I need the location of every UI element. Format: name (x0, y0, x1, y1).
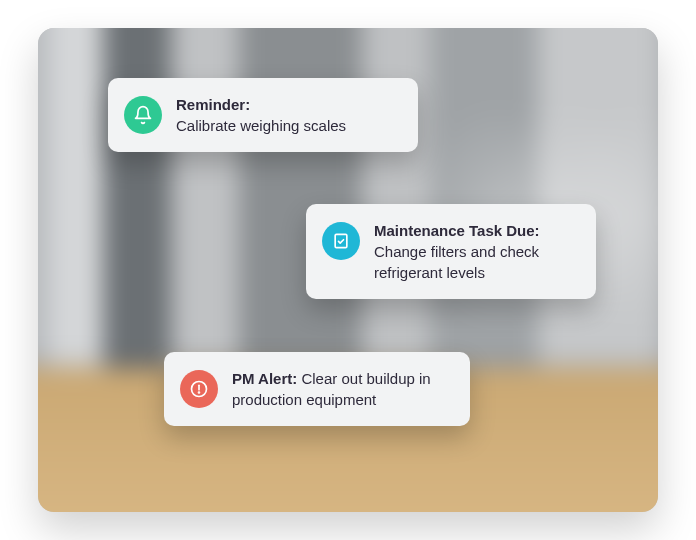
notification-title: Maintenance Task Due: (374, 222, 540, 239)
notification-title: Reminder: (176, 96, 250, 113)
notification-text: Maintenance Task Due: Change filters and… (374, 220, 574, 283)
clipboard-check-icon (322, 222, 360, 260)
notification-body: Calibrate weighing scales (176, 115, 346, 136)
notification-text: Reminder: Calibrate weighing scales (176, 94, 346, 136)
svg-point-3 (199, 392, 200, 393)
notification-title: PM Alert: (232, 370, 297, 387)
notification-card-pm-alert[interactable]: PM Alert: Clear out buildup in productio… (164, 352, 470, 426)
notification-body: Change filters and check refrigerant lev… (374, 241, 574, 283)
notification-card-reminder[interactable]: Reminder: Calibrate weighing scales (108, 78, 418, 152)
svg-rect-0 (335, 234, 347, 247)
notification-overlay-frame: Reminder: Calibrate weighing scales Main… (38, 28, 658, 512)
notification-card-maintenance[interactable]: Maintenance Task Due: Change filters and… (306, 204, 596, 299)
alert-circle-icon (180, 370, 218, 408)
bell-icon (124, 96, 162, 134)
notification-text: PM Alert: Clear out buildup in productio… (232, 368, 448, 410)
